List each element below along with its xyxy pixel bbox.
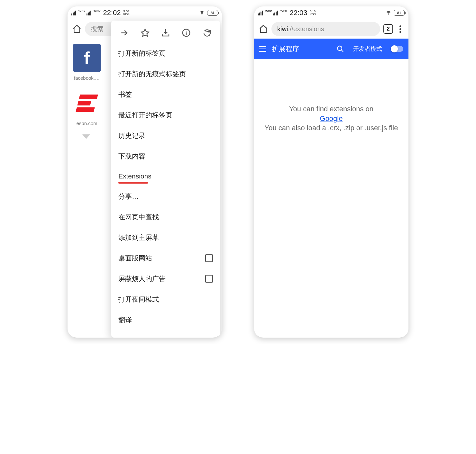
home-icon[interactable] [72,24,82,34]
menu-item-4[interactable]: 历史记录 [111,125,220,146]
menu-item-5[interactable]: 下载内容 [111,146,220,167]
menu-item-1[interactable]: 打开新的无痕式标签页 [111,64,220,84]
menu-item-label: 添加到主屏幕 [118,233,159,242]
ext-info-line2: You can also load a .crx, .zip or .user.… [254,123,408,133]
tab-switcher[interactable]: 2 [383,24,393,34]
menu-item-0[interactable]: 打开新的标签页 [111,43,220,64]
signal-icon-1 [71,11,76,15]
star-icon[interactable] [140,28,150,38]
tile-espn[interactable]: espn.com [71,89,103,126]
menu-item-label: 翻译 [118,315,132,324]
search-placeholder: 搜索 [91,25,104,33]
status-right: 81 [385,10,405,16]
url-scheme: kiwi [277,25,288,33]
download-icon[interactable] [161,28,170,38]
status-speed: 5.00KB/s [124,10,130,16]
checkbox-icon[interactable] [205,254,213,262]
menu-item-3[interactable]: 最近打开的标签页 [111,105,220,125]
net-label-2: 4GHD [93,10,100,12]
menu-item-12[interactable]: 打开夜间模式 [111,289,220,310]
overflow-menu-button[interactable] [396,25,404,33]
battery-level: 81 [397,11,401,15]
reload-icon[interactable] [202,28,212,38]
info-icon[interactable] [181,28,191,38]
menu-icon[interactable] [259,46,266,52]
menu-item-2[interactable]: 书签 [111,84,220,105]
highlight-underline [118,182,148,184]
menu-item-label: 打开新的无痕式标签页 [118,69,186,78]
extensions-header: 扩展程序 开发者模式 [254,39,408,59]
url-input[interactable]: kiwi://extensions [271,22,380,36]
status-right: 81 [199,10,218,16]
developer-mode-label: 开发者模式 [353,45,382,53]
battery-icon: 81 [207,10,218,16]
svg-point-2 [388,14,389,14]
signal-icon-2 [273,11,278,15]
search-icon[interactable] [336,45,344,53]
status-time: 22:02 [103,9,121,17]
overflow-menu: 打开新的标签页打开新的无痕式标签页书签最近打开的标签页历史记录下载内容Exten… [111,21,220,338]
signal-icon-2 [87,11,91,15]
net-label-2: 4GHD [280,10,287,12]
status-left: 4GHD 4GHD 22:02 5.00KB/s [71,9,130,17]
menu-item-label: Extensions [118,172,151,180]
svg-point-3 [337,46,342,50]
extensions-body: You can find extensions on Google You ca… [254,59,408,133]
menu-top-icons [111,23,220,43]
phone-right: 4GHD 4GHD 22:03 0.10KB/s 81 kiwi://exten… [254,6,408,338]
menu-item-label: 打开新的标签页 [118,49,166,58]
menu-item-10[interactable]: 桌面版网站 [111,248,220,268]
wifi-icon [385,10,392,15]
menu-item-label: 书签 [118,90,132,99]
menu-item-label: 桌面版网站 [118,254,152,263]
chevron-down-icon[interactable] [82,134,90,139]
status-bar: 4GHD 4GHD 22:03 0.10KB/s 81 [254,6,408,19]
net-label-1: 4GHD [78,10,85,12]
net-label-1: 4GHD [265,10,272,12]
menu-item-label: 屏蔽烦人的广告 [118,274,166,283]
tile-label: espn.com [71,121,103,126]
espn-icon [73,89,101,117]
menu-item-label: 在网页中查找 [118,213,159,222]
home-icon[interactable] [259,24,268,34]
menu-item-9[interactable]: 添加到主屏幕 [111,227,220,248]
menu-list: 打开新的标签页打开新的无痕式标签页书签最近打开的标签页历史记录下载内容Exten… [111,43,220,330]
menu-item-11[interactable]: 屏蔽烦人的广告 [111,268,220,289]
status-speed: 0.10KB/s [310,10,316,16]
phone-left: 4GHD 4GHD 22:02 5.00KB/s 81 搜索 f faceboo… [68,6,222,338]
status-bar: 4GHD 4GHD 22:02 5.00KB/s 81 [68,6,222,19]
facebook-icon: f [73,44,101,72]
menu-item-7[interactable]: 分享… [111,186,220,207]
developer-mode-toggle[interactable] [391,46,403,52]
menu-item-label: 打开夜间模式 [118,295,159,304]
ext-info-line1: You can find extensions on [254,104,408,114]
google-link[interactable]: Google [320,114,343,123]
menu-item-label: 最近打开的标签页 [118,111,172,120]
battery-icon: 81 [394,10,405,16]
checkbox-icon[interactable] [205,275,213,283]
menu-item-label: 历史记录 [118,131,145,140]
status-left: 4GHD 4GHD 22:03 0.10KB/s [258,9,316,17]
signal-icon-1 [258,11,263,15]
tile-facebook[interactable]: f facebook.… [71,44,103,81]
wifi-icon [199,10,205,15]
menu-item-8[interactable]: 在网页中查找 [111,207,220,227]
browser-top-bar: kiwi://extensions 2 [254,19,408,39]
extensions-title: 扩展程序 [272,44,331,53]
battery-level: 81 [211,11,215,15]
status-time: 22:03 [289,9,307,17]
url-path: ://extensions [288,25,324,33]
menu-item-label: 下载内容 [118,152,145,161]
svg-point-0 [202,14,202,14]
tile-label: facebook.… [71,75,103,81]
menu-item-13[interactable]: 翻译 [111,310,220,330]
forward-icon[interactable] [119,28,129,38]
menu-item-label: 分享… [118,192,139,201]
